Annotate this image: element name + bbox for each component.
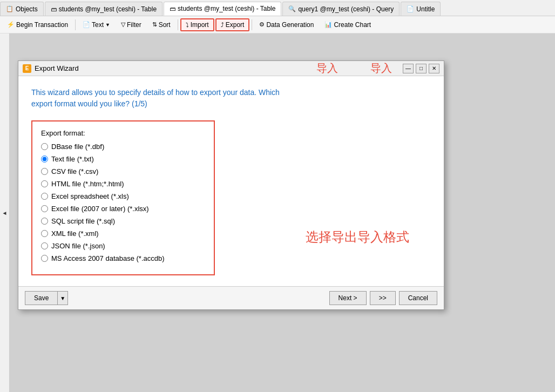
- format-label-xlsx: Excel file (2007 or later) (*.xlsx): [51, 205, 149, 213]
- toolbar-btn-create_chart[interactable]: 📊Create Chart: [320, 18, 376, 31]
- radio-txt[interactable]: [41, 156, 48, 163]
- toolbar-separator: [178, 19, 178, 30]
- toolbar-btn-filter[interactable]: ▽Filter: [116, 18, 146, 31]
- annotation-import-1: 导入: [316, 61, 338, 76]
- format-option-xls[interactable]: Excel spreadsheet (*.xls): [41, 192, 205, 200]
- sidebar-collapse-arrow[interactable]: ◄: [2, 210, 8, 216]
- format-option-html[interactable]: HTML file (*.htm;*.html): [41, 180, 205, 188]
- dialog-footer: Save ▼ Next > >> Cancel: [18, 286, 444, 309]
- toolbar: ⚡Begin Transaction📄Text▼▽Filter⇅Sort⤵Imp…: [0, 16, 555, 33]
- dialog-close-button[interactable]: ✕: [429, 64, 439, 73]
- tab-students-table-1[interactable]: 🗃students @my_test (ceshi) - Table: [45, 2, 163, 16]
- text-icon: 📄: [83, 21, 90, 28]
- begin_transaction-icon: ⚡: [7, 21, 15, 28]
- cancel-button[interactable]: Cancel: [399, 291, 437, 305]
- radio-json[interactable]: [41, 242, 48, 249]
- next-button[interactable]: Next >: [329, 291, 367, 305]
- save-dropdown-button[interactable]: ▼: [57, 291, 68, 305]
- tab-students-table-2[interactable]: 🗃students @my_test (ceshi) - Table: [164, 2, 281, 16]
- toolbar-btn-export[interactable]: ⤴Export: [215, 18, 250, 31]
- tab-untitled[interactable]: 📄Untitle: [401, 2, 441, 16]
- format-label: Export format:: [41, 129, 205, 137]
- dropdown-arrow: ▼: [105, 22, 110, 28]
- dialog-minimize-button[interactable]: —: [403, 64, 414, 73]
- import-icon: ⤵: [186, 22, 189, 28]
- format-option-accdb[interactable]: MS Access 2007 database (*.accdb): [41, 254, 205, 262]
- toolbar-btn-sort[interactable]: ⇅Sort: [147, 18, 175, 31]
- dialog-body: This wizard allows you to specify detail…: [18, 76, 444, 286]
- format-label-json: JSON file (*.json): [51, 242, 105, 250]
- radio-dbf[interactable]: [41, 143, 48, 150]
- annotation-import-2: 导入: [370, 61, 392, 76]
- dialog-icon: E: [23, 64, 31, 73]
- format-label-sql: SQL script file (*.sql): [51, 217, 115, 225]
- tab-objects[interactable]: 📋Objects: [0, 2, 44, 16]
- radio-csv[interactable]: [41, 168, 48, 175]
- dialog-controls: — □ ✕: [403, 64, 439, 73]
- toolbar-btn-text[interactable]: 📄Text▼: [78, 18, 115, 31]
- format-label-txt: Text file (*.txt): [51, 155, 94, 163]
- radio-xls[interactable]: [41, 193, 48, 200]
- main-area: ◄ E Export Wizard 导入 导入 — □ ✕ This: [0, 33, 555, 392]
- toolbar-btn-import[interactable]: ⤵Import: [180, 18, 214, 31]
- toolbar-btn-data_generation[interactable]: ⚙Data Generation: [254, 18, 319, 31]
- format-option-csv[interactable]: CSV file (*.csv): [41, 167, 205, 175]
- data_generation-icon: ⚙: [259, 21, 265, 28]
- format-label-xls: Excel spreadsheet (*.xls): [51, 192, 129, 200]
- toolbar-separator: [252, 19, 252, 30]
- format-label-html: HTML file (*.htm;*.html): [51, 180, 124, 188]
- filter-icon: ▽: [121, 21, 125, 28]
- export-icon: ⤴: [221, 22, 224, 28]
- footer-right: Next > >> Cancel: [329, 291, 437, 305]
- toolbar-btn-begin_transaction[interactable]: ⚡Begin Transaction: [2, 18, 73, 31]
- toolbar-separator: [75, 19, 76, 30]
- export-format-box: Export format: DBase file (*.dbf)Text fi…: [31, 120, 215, 275]
- radio-xml[interactable]: [41, 230, 48, 237]
- format-option-txt[interactable]: Text file (*.txt): [41, 155, 205, 163]
- format-option-sql[interactable]: SQL script file (*.sql): [41, 217, 205, 225]
- radio-xlsx[interactable]: [41, 205, 48, 212]
- format-option-xlsx[interactable]: Excel file (2007 or later) (*.xlsx): [41, 205, 205, 213]
- save-button[interactable]: Save: [25, 291, 57, 305]
- footer-left: Save ▼: [25, 291, 68, 305]
- radio-html[interactable]: [41, 180, 48, 187]
- annotation-format: 选择导出导入格式: [306, 228, 409, 246]
- radio-sql[interactable]: [41, 218, 48, 225]
- format-option-json[interactable]: JSON file (*.json): [41, 242, 205, 250]
- skip-button[interactable]: >>: [370, 291, 396, 305]
- format-label-csv: CSV file (*.csv): [51, 167, 98, 175]
- format-option-xml[interactable]: XML file (*.xml): [41, 229, 205, 238]
- format-option-dbf[interactable]: DBase file (*.dbf): [41, 143, 205, 151]
- radio-accdb[interactable]: [41, 255, 48, 262]
- format-label-xml: XML file (*.xml): [51, 229, 99, 238]
- content-area: E Export Wizard 导入 导入 — □ ✕ This wizard …: [10, 33, 555, 392]
- dialog-titlebar: E Export Wizard 导入 导入 — □ ✕: [18, 61, 444, 76]
- create_chart-icon: 📊: [324, 21, 332, 28]
- dialog-description: This wizard allows you to specify detail…: [31, 87, 431, 110]
- dialog-maximize-button[interactable]: □: [416, 64, 427, 73]
- dialog-description-line1: This wizard allows you to specify detail…: [31, 87, 431, 98]
- tab-query1[interactable]: 🔍query1 @my_test (ceshi) - Query: [282, 2, 400, 16]
- format-label-accdb: MS Access 2007 database (*.accdb): [51, 254, 165, 262]
- dialog-title: Export Wizard: [35, 64, 316, 72]
- format-label-dbf: DBase file (*.dbf): [51, 143, 104, 151]
- export-wizard-dialog: E Export Wizard 导入 导入 — □ ✕ This wizard …: [18, 60, 444, 310]
- dialog-description-line2: export format would you like? (1/5): [31, 98, 431, 110]
- format-options: DBase file (*.dbf)Text file (*.txt)CSV f…: [41, 143, 205, 262]
- left-sidebar: ◄: [0, 33, 10, 392]
- tab-bar: 📋Objects🗃students @my_test (ceshi) - Tab…: [0, 0, 555, 16]
- sort-icon: ⇅: [152, 21, 157, 28]
